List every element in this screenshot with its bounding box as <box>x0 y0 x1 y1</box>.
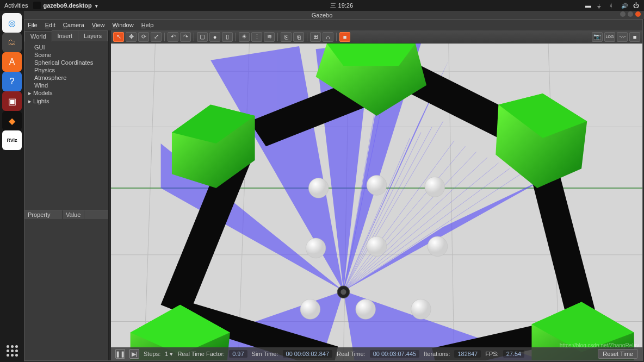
clock[interactable]: 19:26 <box>338 2 354 9</box>
dock-screenshot[interactable]: ▣ <box>2 91 22 111</box>
tree-physics[interactable]: Physics <box>28 66 105 74</box>
camera-tool[interactable]: 📷 <box>592 32 603 42</box>
tree-spherical-coordinates[interactable]: Spherical Coordinates <box>28 59 105 66</box>
svg-point-57 <box>356 299 376 319</box>
spot-tool[interactable]: ≋ <box>264 32 275 42</box>
property-grid: Property Value <box>24 210 108 360</box>
menu-file[interactable]: File <box>28 22 38 28</box>
minimize-button[interactable] <box>620 11 626 17</box>
svg-point-54 <box>367 236 387 257</box>
tree-wind[interactable]: Wind <box>28 82 105 89</box>
dock-help[interactable]: ? <box>2 72 22 91</box>
rtf-value: 0.97 <box>229 350 247 358</box>
dock-chromium[interactable]: ◎ <box>2 13 22 33</box>
gazebo-icon <box>33 2 41 9</box>
plot-tool[interactable]: 〰 <box>617 32 628 42</box>
steps-value[interactable]: 1 ▾ <box>165 351 173 358</box>
rtf-label: Real Time Factor: <box>177 351 225 357</box>
tab-insert[interactable]: Insert <box>52 30 79 41</box>
svg-point-55 <box>428 236 448 257</box>
network-icon[interactable] <box>597 2 604 9</box>
rotate-tool[interactable]: ⟳ <box>138 32 149 42</box>
sphere-tool[interactable]: ● <box>209 32 220 42</box>
gazebo-window: FileEditCameraViewWindowHelp WorldInsert… <box>24 19 643 361</box>
fps-value: 27.54 <box>503 350 525 358</box>
keyboard-indicator[interactable]: 三 <box>330 2 336 10</box>
sim-status-bar: ❚❚ ▶| Steps: 1 ▾ Real Time Factor: 0.97 … <box>111 347 642 360</box>
step-button[interactable]: ▶| <box>129 349 139 359</box>
world-panel: WorldInsertLayers GUISceneSpherical Coor… <box>24 30 109 360</box>
tree-models[interactable]: Models <box>28 89 105 97</box>
cylinder-tool[interactable]: ▯ <box>222 32 233 42</box>
steps-label: Steps: <box>144 351 160 357</box>
maximize-button[interactable] <box>628 11 633 17</box>
value-column-header: Value <box>63 210 84 219</box>
bulb-tool[interactable]: ⋮ <box>251 32 262 42</box>
dock-files[interactable]: 🗂 <box>2 33 22 52</box>
magnet-tool[interactable]: ∩ <box>323 32 333 42</box>
battery-icon[interactable] <box>585 2 592 9</box>
copy-tool[interactable]: ⎘ <box>281 32 292 42</box>
tree-lights[interactable]: Lights <box>28 97 105 105</box>
iterations-value: 182847 <box>454 350 481 358</box>
tab-layers[interactable]: Layers <box>78 30 108 41</box>
panel-tabs: WorldInsertLayers <box>24 30 108 41</box>
sound-icon[interactable] <box>621 2 628 9</box>
fps-label: FPS: <box>485 351 498 357</box>
property-column-header: Property <box>24 210 63 219</box>
3d-viewport[interactable]: https://blog.csdn.net/ZhangRelay <box>111 43 642 360</box>
redo-tool[interactable]: ↷ <box>180 32 191 42</box>
box-tool[interactable]: ▢ <box>197 32 208 42</box>
svg-point-51 <box>367 175 387 195</box>
paste-tool[interactable]: ⎗ <box>293 32 304 42</box>
current-app-indicator[interactable]: gazebo9.desktop <box>33 2 97 9</box>
svg-point-56 <box>300 299 320 319</box>
menu-window[interactable]: Window <box>113 22 134 28</box>
sun-tool[interactable]: ☀ <box>239 32 250 42</box>
tree-atmosphere[interactable]: Atmosphere <box>28 74 105 82</box>
world-tree[interactable]: GUISceneSpherical CoordinatesPhysicsAtmo… <box>24 41 108 210</box>
close-button[interactable] <box>635 11 641 17</box>
show-applications-button[interactable] <box>0 345 24 357</box>
simtime-value: 00 00:03:02.847 <box>283 350 333 358</box>
iterations-label: Iterations: <box>424 351 450 357</box>
video-tool[interactable]: ■ <box>629 32 640 42</box>
dock-software[interactable]: A <box>2 52 22 72</box>
activities-button[interactable]: Activities <box>4 2 28 9</box>
log-tool[interactable]: LOG <box>604 32 615 42</box>
tree-gui[interactable]: GUI <box>28 43 105 51</box>
svg-point-53 <box>306 238 326 258</box>
tree-scene[interactable]: Scene <box>28 51 105 59</box>
pause-button[interactable]: ❚❚ <box>115 349 125 359</box>
select-tool[interactable]: ↖ <box>113 32 124 42</box>
dock-gazebo[interactable]: ◆ <box>2 111 22 130</box>
realtime-label: Real Time: <box>337 351 366 357</box>
window-title: Gazebo <box>312 12 333 18</box>
power-icon[interactable] <box>633 2 640 9</box>
bluetooth-icon[interactable] <box>609 2 616 9</box>
menu-bar: FileEditCameraViewWindowHelp <box>24 20 642 30</box>
snap-tool[interactable]: ⊞ <box>310 32 321 42</box>
realtime-value: 00 00:03:07.445 <box>370 350 420 358</box>
reset-time-button[interactable]: Reset Time <box>598 349 638 359</box>
svg-point-50 <box>308 178 329 198</box>
toolbar: ↖✥⟳⤢↶↷▢●▯☀⋮≋⎘⎗⊞∩■ 📷LOG〰■ <box>111 30 642 43</box>
ubuntu-dock: ◎🗂A?▣◆RViz <box>0 11 24 362</box>
ubuntu-panel: Activities gazebo9.desktop 三 19:26 <box>0 0 644 11</box>
simtime-label: Sim Time: <box>252 351 278 357</box>
menu-edit[interactable]: Edit <box>45 22 55 28</box>
record-tool[interactable]: ■ <box>339 32 350 42</box>
scale-tool[interactable]: ⤢ <box>151 32 162 42</box>
svg-point-60 <box>340 289 346 295</box>
undo-tool[interactable]: ↶ <box>168 32 178 42</box>
translate-tool[interactable]: ✥ <box>126 32 137 42</box>
menu-view[interactable]: View <box>92 22 105 28</box>
menu-help[interactable]: Help <box>141 22 154 28</box>
tab-world[interactable]: World <box>24 31 52 42</box>
menu-camera[interactable]: Camera <box>63 22 84 28</box>
dock-rviz[interactable]: RViz <box>2 130 22 150</box>
svg-point-58 <box>411 299 431 319</box>
svg-point-52 <box>425 177 445 197</box>
window-titlebar: Gazebo <box>0 11 644 19</box>
